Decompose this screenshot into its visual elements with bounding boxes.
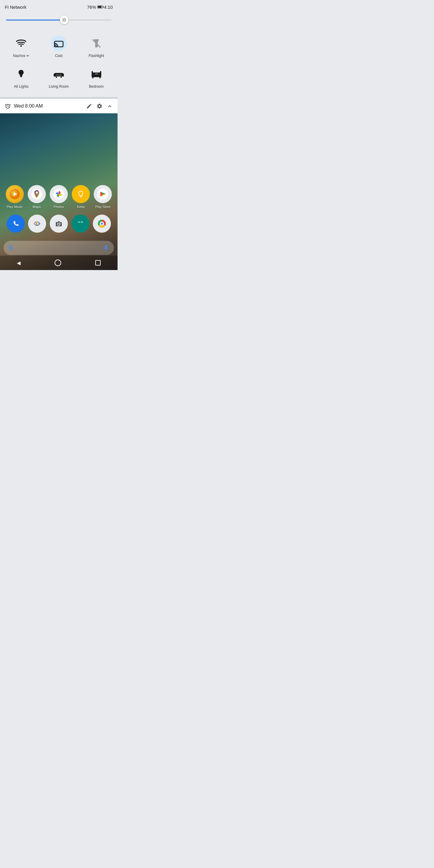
recents-button[interactable] xyxy=(90,258,105,268)
tile-living-room-icon-wrap xyxy=(51,66,67,82)
svg-rect-27 xyxy=(100,71,101,75)
alarm-actions xyxy=(86,103,113,109)
sofa-icon xyxy=(53,70,64,79)
bulb-icon xyxy=(16,69,26,79)
app-maps[interactable]: Maps xyxy=(28,185,46,209)
svg-rect-29 xyxy=(99,77,101,79)
tile-bedroom[interactable]: Bedroom xyxy=(78,61,115,92)
maps-icon xyxy=(28,185,46,203)
svg-rect-21 xyxy=(61,76,62,78)
svg-rect-14 xyxy=(20,75,23,76)
app-play-music[interactable]: Play Music xyxy=(6,185,24,209)
battery-percent: 76% xyxy=(87,4,96,10)
svg-rect-28 xyxy=(92,77,93,79)
svg-rect-20 xyxy=(56,76,57,78)
play-music-label: Play Music xyxy=(7,205,23,209)
google-news-icon: " " xyxy=(71,215,90,233)
network-label: Fi Network xyxy=(5,4,27,10)
keep-icon xyxy=(72,185,90,203)
svg-point-11 xyxy=(54,46,55,47)
tile-flashlight[interactable]: Flashlight xyxy=(78,31,115,61)
tile-all-lights[interactable]: All Lights xyxy=(2,61,40,92)
camera-icon xyxy=(50,215,68,233)
tile-cast[interactable]: Cast xyxy=(40,31,78,61)
tile-living-room-label: Living Room xyxy=(49,84,69,89)
svg-rect-18 xyxy=(54,73,55,76)
google-g-icon: G xyxy=(8,244,13,251)
maps-label: Maps xyxy=(33,205,41,209)
cast-icon xyxy=(54,38,64,49)
play-music-icon xyxy=(6,185,24,203)
app-grid: Play Music Maps xyxy=(0,183,118,234)
keep-label: Keep xyxy=(77,205,85,209)
alarm-row: Wed 8:00 AM xyxy=(0,99,118,113)
tile-living-room[interactable]: Living Room xyxy=(40,61,78,92)
svg-point-40 xyxy=(10,218,21,229)
tile-bedroom-label: Bedroom xyxy=(89,84,104,89)
play-store-label: Play Store xyxy=(95,205,111,209)
svg-point-9 xyxy=(21,45,22,47)
tile-wifi[interactable]: Nachos xyxy=(2,31,40,61)
quick-settings-panel: Nachos Cast xyxy=(0,28,118,97)
svg-rect-19 xyxy=(62,73,64,76)
tile-flashlight-label: Flashlight xyxy=(89,54,104,58)
dropdown-arrow-icon xyxy=(26,54,29,57)
tile-all-lights-label: All Lights xyxy=(14,84,29,89)
alarm-info: Wed 8:00 AM xyxy=(5,103,83,109)
svg-point-34 xyxy=(36,192,38,194)
app-play-store[interactable]: Play Store xyxy=(94,185,112,209)
wifi-icon xyxy=(16,38,26,49)
brightness-thumb[interactable] xyxy=(60,16,68,24)
dock-row: " " xyxy=(2,213,115,234)
brightness-row xyxy=(0,13,118,28)
brightness-icon xyxy=(62,18,67,22)
tile-wifi-label: Nachos xyxy=(13,54,29,58)
app-phone[interactable] xyxy=(7,215,25,233)
tile-wifi-icon-wrap xyxy=(13,36,29,51)
back-button[interactable]: ◀ xyxy=(12,258,25,268)
brightness-fill xyxy=(6,20,64,21)
microphone-icon[interactable] xyxy=(103,245,109,251)
svg-line-8 xyxy=(62,21,63,22)
tile-all-lights-icon-wrap xyxy=(13,66,29,82)
photos-icon xyxy=(50,185,68,203)
battery-icon xyxy=(97,5,103,8)
app-camera[interactable] xyxy=(50,215,68,233)
app-wallet[interactable] xyxy=(28,215,46,233)
svg-text:": " xyxy=(81,221,84,227)
app-google-news[interactable]: " " xyxy=(71,215,90,233)
photos-label: Photos xyxy=(54,205,64,209)
alarm-icon xyxy=(5,103,11,109)
wallet-icon xyxy=(28,215,46,233)
svg-rect-17 xyxy=(56,74,62,76)
search-bar[interactable]: G xyxy=(4,241,114,255)
home-screen: Play Music Maps xyxy=(0,113,118,270)
quick-settings-grid: Nachos Cast xyxy=(0,31,118,92)
edit-icon[interactable] xyxy=(86,103,92,109)
chevron-up-icon[interactable] xyxy=(107,103,113,109)
svg-rect-15 xyxy=(20,76,22,77)
status-bar: Fi Network 76% 4:10 xyxy=(0,0,118,13)
brightness-slider[interactable] xyxy=(6,16,112,24)
play-store-icon xyxy=(94,185,112,203)
svg-line-6 xyxy=(65,21,65,22)
home-button[interactable] xyxy=(50,257,66,269)
svg-point-50 xyxy=(58,224,59,225)
svg-rect-37 xyxy=(80,196,82,196)
svg-point-36 xyxy=(75,189,86,199)
tile-cast-label: Cast xyxy=(55,54,63,58)
brightness-track xyxy=(6,20,112,21)
app-row-1: Play Music Maps xyxy=(2,183,115,211)
app-photos[interactable]: Photos xyxy=(50,185,68,209)
settings-icon[interactable] xyxy=(96,103,102,109)
alarm-time: Wed 8:00 AM xyxy=(14,103,43,109)
app-keep[interactable]: Keep xyxy=(72,185,90,209)
svg-point-59 xyxy=(101,223,103,225)
clock: 4:10 xyxy=(104,4,113,10)
chrome-icon xyxy=(93,215,111,233)
svg-point-0 xyxy=(63,19,65,21)
app-chrome[interactable] xyxy=(93,215,111,233)
nav-bar: ◀ xyxy=(0,255,118,270)
status-indicators: 76% 4:10 xyxy=(87,4,113,10)
tile-bedroom-icon-wrap xyxy=(89,66,104,82)
